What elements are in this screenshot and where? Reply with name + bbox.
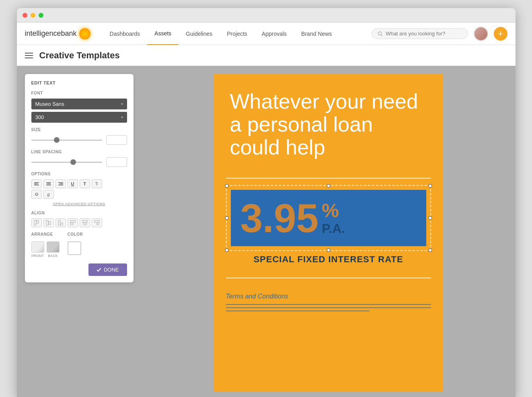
font-weight-value: 300 xyxy=(35,114,44,120)
options-row-1: U T Ti xyxy=(31,179,127,188)
top-divider xyxy=(226,178,431,179)
handle-bottom-mid xyxy=(327,249,330,252)
align-label: ALIGN xyxy=(31,211,127,215)
handle-top-mid xyxy=(327,184,330,187)
font-family-select[interactable]: Museo Sans ▾ xyxy=(31,99,127,109)
rate-box-wrapper[interactable]: 3.95 % P.A. xyxy=(226,185,431,251)
line-spacing-row: 1.2 xyxy=(31,157,127,167)
svg-rect-16 xyxy=(61,223,63,226)
nav-approvals[interactable]: Approvals xyxy=(255,23,294,45)
chevron-down-icon: ▾ xyxy=(121,102,123,106)
nav-assets[interactable]: Assets xyxy=(147,23,179,45)
fixed-rate-label: SPECIAL FIXED INTEREST RATE xyxy=(214,251,443,271)
size-label: SIZE xyxy=(31,128,127,132)
svg-rect-21 xyxy=(94,220,99,222)
line-spacing-label: LINE SPACING xyxy=(31,150,127,154)
rate-box: 3.95 % P.A. xyxy=(231,190,426,246)
color-label: COLOR xyxy=(68,232,83,237)
terms-line-2 xyxy=(226,307,431,308)
size-slider[interactable] xyxy=(31,140,102,141)
align-top-right[interactable] xyxy=(55,218,66,227)
italic-btn[interactable]: g xyxy=(43,190,54,199)
terms-section: Terms and Conditions xyxy=(214,285,443,326)
arrange-back-label: BACK xyxy=(48,254,58,258)
panel-title: EDIT TEXT xyxy=(31,80,127,85)
rate-number: 3.95 xyxy=(240,198,319,238)
logo-sun-icon xyxy=(79,28,90,39)
font-weight-select[interactable]: 300 ▾ xyxy=(31,112,127,123)
minimize-dot[interactable] xyxy=(31,13,35,18)
size-input[interactable]: 75 pt xyxy=(106,135,127,145)
rate-percent: % xyxy=(322,201,345,220)
svg-rect-12 xyxy=(37,220,39,223)
handle-top-left xyxy=(225,184,228,187)
terms-label: Terms and Conditions xyxy=(226,293,431,300)
close-dot[interactable] xyxy=(23,13,27,18)
svg-rect-19 xyxy=(82,220,87,222)
arrange-label: ARRANGE xyxy=(31,232,60,237)
align-top-center[interactable] xyxy=(43,218,54,227)
nav-brand-news[interactable]: Brand News xyxy=(294,23,339,45)
rate-pa: P.A. xyxy=(322,222,345,235)
line-spacing-slider[interactable] xyxy=(31,162,102,163)
done-button[interactable]: DONE xyxy=(88,263,127,276)
align-center-btn[interactable] xyxy=(43,179,54,188)
svg-rect-13 xyxy=(46,220,48,225)
line-spacing-input[interactable]: 1.2 xyxy=(106,157,127,167)
handle-mid-left xyxy=(225,216,228,220)
handle-bottom-left xyxy=(225,249,228,252)
handle-top-right xyxy=(429,184,432,187)
align-row-1 xyxy=(31,218,127,227)
text-sub-btn[interactable]: Ti xyxy=(92,179,102,188)
color-section: COLOR xyxy=(68,232,83,255)
search-box[interactable] xyxy=(372,28,468,39)
options-grid: U T Ti g xyxy=(31,179,127,199)
svg-rect-17 xyxy=(70,220,75,222)
align-bottom-center[interactable] xyxy=(80,218,90,227)
nav-bar: intelligencebank Dashboards Assets Guide… xyxy=(17,23,516,45)
template-canvas[interactable]: Whatever your need a personal loan could… xyxy=(214,74,443,392)
options-label: OPTIONS xyxy=(31,172,127,176)
add-button[interactable]: + xyxy=(494,27,507,41)
avatar xyxy=(474,27,488,41)
arrange-row: FRONT BACK xyxy=(31,241,60,258)
terms-line-1 xyxy=(226,304,431,305)
hamburger-menu[interactable] xyxy=(25,53,33,58)
expand-dot[interactable] xyxy=(39,13,43,18)
align-left-btn[interactable] xyxy=(31,179,42,188)
nav-guidelines[interactable]: Guidelines xyxy=(179,23,220,45)
svg-line-1 xyxy=(381,35,382,36)
align-right-btn[interactable] xyxy=(55,179,66,188)
panel-card: EDIT TEXT FONT Museo Sans ▾ 300 ▾ SIZE 7… xyxy=(25,74,134,282)
align-bottom-left[interactable] xyxy=(68,218,78,227)
nav-links: Dashboards Assets Guidelines Projects Ap… xyxy=(103,23,372,45)
link-btn[interactable] xyxy=(31,190,42,199)
search-input[interactable] xyxy=(386,31,462,37)
underline-btn[interactable]: U xyxy=(68,179,78,188)
arrange-front-btn[interactable]: FRONT xyxy=(31,241,44,258)
arrange-back-btn[interactable]: BACK xyxy=(47,241,60,258)
canvas-area: Whatever your need a personal loan could… xyxy=(142,66,516,397)
svg-rect-14 xyxy=(49,222,51,224)
nav-dashboards[interactable]: Dashboards xyxy=(103,23,148,45)
done-row: DONE xyxy=(31,263,127,276)
logo: intelligencebank xyxy=(25,28,90,39)
nav-right: + xyxy=(372,27,507,41)
text-style-btn[interactable]: T xyxy=(80,179,90,188)
color-swatch[interactable] xyxy=(68,241,81,255)
advanced-options-link[interactable]: OPEN ADVANCED OPTIONS xyxy=(31,202,127,206)
align-top-left[interactable] xyxy=(31,218,42,227)
svg-rect-11 xyxy=(34,220,36,225)
size-slider-row: 75 pt xyxy=(31,135,127,145)
nav-projects[interactable]: Projects xyxy=(220,23,255,45)
options-row-2: g xyxy=(31,190,127,199)
search-icon xyxy=(378,31,383,37)
chevron-down-icon: ▾ xyxy=(121,115,123,119)
svg-rect-18 xyxy=(70,223,73,225)
svg-rect-22 xyxy=(97,223,99,225)
template-headline[interactable]: Whatever your need a personal loan could… xyxy=(214,74,443,171)
title-bar xyxy=(17,8,516,23)
logo-text: intelligencebank xyxy=(25,29,77,38)
bottom-divider xyxy=(226,278,431,278)
align-bottom-right[interactable] xyxy=(92,218,102,227)
